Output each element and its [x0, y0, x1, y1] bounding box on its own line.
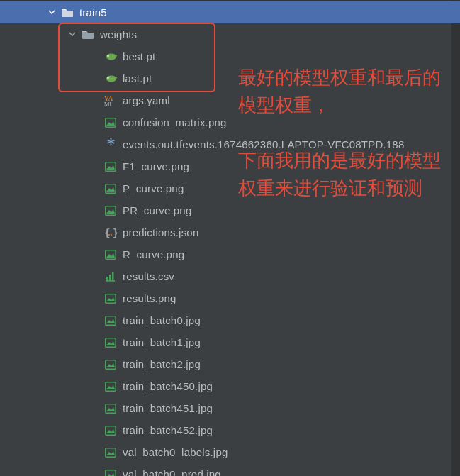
file-label: train_batch1.jpg	[123, 336, 201, 348]
svg-rect-25	[106, 404, 116, 412]
tree-file-confusion-matrix[interactable]: confusion_matrix.png	[0, 111, 460, 133]
file-label: train_batch2.jpg	[123, 358, 201, 370]
file-label: last.pt	[123, 72, 152, 84]
svg-rect-26	[106, 426, 116, 434]
tree-folder-train5[interactable]: train5	[0, 1, 460, 23]
svg-text:{: {	[104, 227, 110, 238]
svg-point-12	[108, 234, 110, 236]
svg-point-3	[107, 76, 109, 78]
folder-label: train5	[79, 6, 107, 18]
spacer	[91, 140, 101, 150]
tree-file-results-png[interactable]: results.png	[0, 287, 460, 309]
spacer	[91, 294, 101, 304]
spacer	[91, 470, 101, 477]
file-label: args.yaml	[123, 94, 170, 106]
svg-text:ML: ML	[104, 101, 113, 106]
svg-rect-21	[106, 316, 116, 324]
pt-file-icon	[104, 72, 117, 85]
svg-rect-15	[106, 250, 116, 258]
pt-file-icon	[104, 50, 117, 63]
svg-rect-8	[106, 162, 116, 170]
file-label: results.png	[123, 292, 176, 304]
spacer	[91, 360, 101, 370]
spacer	[91, 96, 101, 106]
file-label: results.csv	[123, 270, 174, 282]
file-label: confusion_matrix.png	[123, 116, 227, 128]
spacer	[91, 74, 101, 84]
file-label: best.pt	[123, 50, 155, 62]
image-file-icon	[104, 248, 117, 261]
svg-rect-27	[106, 448, 116, 456]
file-label: PR_curve.png	[123, 204, 191, 216]
svg-point-13	[111, 234, 112, 236]
image-file-icon	[104, 358, 117, 371]
svg-rect-20	[106, 294, 116, 302]
generic-file-icon: *	[104, 138, 117, 151]
tree-file-results-csv[interactable]: results.csv	[0, 265, 460, 287]
folder-icon	[82, 28, 94, 41]
svg-point-1	[107, 54, 109, 56]
tree-file-train-batch2[interactable]: train_batch2.jpg	[0, 353, 460, 375]
svg-rect-17	[109, 275, 111, 281]
image-file-icon	[104, 446, 117, 459]
tree-file-train-batch1[interactable]: train_batch1.jpg	[0, 331, 460, 353]
tree-file-f1-curve[interactable]: F1_curve.png	[0, 155, 460, 177]
tree-file-args-yaml[interactable]: YA ML args.yaml	[0, 89, 460, 111]
tree-file-last-pt[interactable]: last.pt	[0, 67, 460, 89]
image-file-icon	[104, 160, 117, 173]
image-file-icon	[104, 182, 117, 195]
spacer	[91, 250, 101, 260]
svg-rect-6	[106, 118, 116, 126]
tree-file-train-batch0[interactable]: train_batch0.jpg	[0, 309, 460, 331]
tree-file-r-curve[interactable]: R_curve.png	[0, 243, 460, 265]
tree-folder-weights[interactable]: weights	[0, 23, 460, 45]
file-label: R_curve.png	[123, 248, 184, 260]
spacer	[91, 404, 101, 414]
svg-rect-18	[112, 272, 114, 281]
spacer	[91, 448, 101, 458]
tree-file-train-batch452[interactable]: train_batch452.jpg	[0, 419, 460, 441]
tree-file-pr-curve[interactable]: PR_curve.png	[0, 199, 460, 221]
svg-rect-23	[106, 360, 116, 368]
svg-text:}: }	[113, 227, 117, 238]
spacer	[91, 316, 101, 326]
image-file-icon	[104, 204, 117, 217]
tree-file-val-batch0-pred[interactable]: val_batch0_pred.jpg	[0, 463, 460, 476]
file-label: events.out.tfevents.1674662360.LAPTOP-VF…	[123, 138, 404, 150]
tree-file-train-batch451[interactable]: train_batch451.jpg	[0, 397, 460, 419]
spacer	[91, 338, 101, 348]
tree-file-p-curve[interactable]: P_curve.png	[0, 177, 460, 199]
tree-file-predictions-json[interactable]: { } predictions.json	[0, 221, 460, 243]
chevron-down-icon	[68, 30, 78, 40]
image-file-icon	[104, 402, 117, 415]
file-tree: train5 weights best.pt	[0, 0, 460, 476]
panel-top-border	[0, 0, 451, 1]
image-file-icon	[104, 468, 117, 477]
tree-file-train-batch450[interactable]: train_batch450.jpg	[0, 375, 460, 397]
spacer	[91, 228, 101, 238]
svg-rect-9	[106, 184, 116, 192]
spacer	[91, 52, 101, 62]
image-file-icon	[104, 292, 117, 305]
svg-rect-16	[106, 277, 108, 281]
file-label: train_batch450.jpg	[123, 380, 213, 392]
spacer	[91, 206, 101, 216]
tree-file-events[interactable]: * events.out.tfevents.1674662360.LAPTOP-…	[0, 133, 460, 155]
file-label: F1_curve.png	[123, 160, 189, 172]
svg-rect-22	[106, 338, 116, 346]
tree-file-val-batch0-labels[interactable]: val_batch0_labels.jpg	[0, 441, 460, 463]
tree-file-best-pt[interactable]: best.pt	[0, 45, 460, 67]
chevron-down-icon	[47, 8, 57, 18]
file-label: val_batch0_pred.jpg	[123, 468, 221, 476]
folder-icon	[61, 6, 74, 19]
image-file-icon	[104, 116, 117, 129]
yaml-file-icon: YA ML	[104, 94, 117, 107]
spacer	[91, 272, 101, 282]
csv-file-icon	[104, 270, 117, 283]
file-label: train_batch452.jpg	[123, 424, 213, 436]
image-file-icon	[104, 424, 117, 437]
file-label: predictions.json	[123, 226, 198, 238]
svg-rect-24	[106, 382, 116, 390]
image-file-icon	[104, 380, 117, 393]
spacer	[91, 426, 101, 436]
